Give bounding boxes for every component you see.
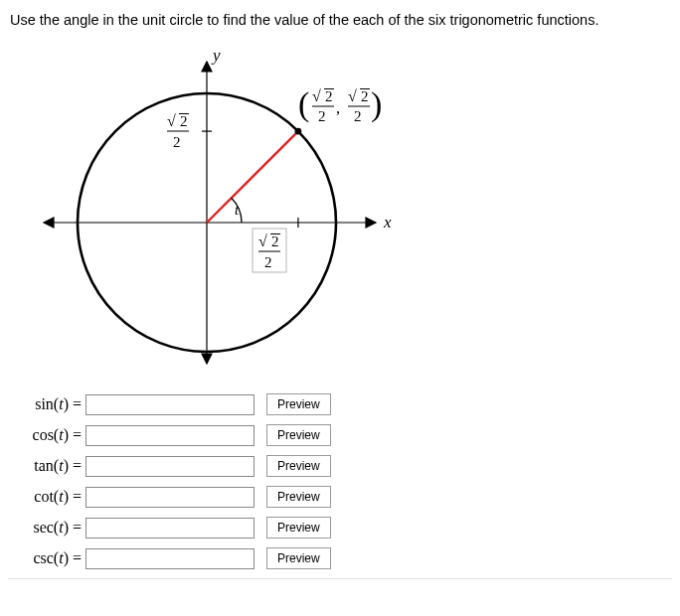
func-label: tan(t) = bbox=[8, 457, 82, 475]
terminal-side bbox=[207, 131, 298, 223]
func-label: sec(t) = bbox=[8, 519, 82, 537]
cot-input[interactable] bbox=[85, 487, 255, 508]
preview-button-tan[interactable]: Preview bbox=[266, 455, 331, 477]
axes bbox=[44, 62, 376, 364]
answer-row-cot: cot(t) = Preview bbox=[8, 486, 672, 508]
bottom-divider bbox=[8, 578, 672, 579]
svg-text:(: ( bbox=[298, 85, 309, 123]
func-label: sin(t) = bbox=[8, 395, 82, 413]
func-label: csc(t) = bbox=[8, 549, 82, 567]
svg-text:2: 2 bbox=[173, 134, 181, 150]
svg-text:2: 2 bbox=[361, 88, 369, 104]
svg-text:2: 2 bbox=[264, 254, 272, 270]
preview-button-sin[interactable]: Preview bbox=[266, 393, 331, 415]
terminal-point bbox=[295, 128, 302, 135]
preview-button-csc[interactable]: Preview bbox=[266, 547, 331, 569]
y-tick-label: √ 2 2 bbox=[167, 112, 189, 150]
svg-text:2: 2 bbox=[325, 88, 333, 104]
sin-input[interactable] bbox=[85, 394, 255, 415]
preview-button-cot[interactable]: Preview bbox=[266, 486, 331, 508]
func-label: cos(t) = bbox=[8, 426, 82, 444]
svg-marker-1 bbox=[366, 218, 376, 228]
svg-marker-2 bbox=[44, 218, 54, 228]
x-axis-label: x bbox=[383, 213, 392, 231]
svg-text:√: √ bbox=[312, 87, 321, 104]
answer-row-sec: sec(t) = Preview bbox=[8, 517, 672, 539]
y-axis-label: y bbox=[211, 46, 221, 65]
answer-row-csc: csc(t) = Preview bbox=[8, 547, 672, 569]
svg-text:): ) bbox=[371, 85, 382, 123]
svg-text:2: 2 bbox=[318, 108, 326, 124]
func-label: cot(t) = bbox=[8, 488, 82, 506]
svg-text:2: 2 bbox=[354, 108, 362, 124]
unit-circle-svg: x y t ( √ 2 2 , √ 2 2 ) bbox=[38, 44, 396, 372]
svg-text:2: 2 bbox=[180, 113, 188, 129]
x-tick-label: √ 2 2 bbox=[253, 229, 286, 272]
csc-input[interactable] bbox=[85, 548, 255, 569]
svg-text:2: 2 bbox=[271, 233, 279, 249]
answer-row-sin: sin(t) = Preview bbox=[8, 393, 672, 415]
svg-marker-4 bbox=[202, 62, 212, 72]
preview-button-cos[interactable]: Preview bbox=[266, 424, 331, 446]
point-label: ( √ 2 2 , √ 2 2 ) bbox=[298, 85, 382, 124]
svg-text:√: √ bbox=[167, 112, 176, 129]
sec-input[interactable] bbox=[85, 518, 255, 539]
answer-row-cos: cos(t) = Preview bbox=[8, 424, 672, 446]
svg-marker-5 bbox=[202, 354, 212, 364]
svg-text:√: √ bbox=[348, 87, 357, 104]
tan-input[interactable] bbox=[85, 456, 255, 477]
instruction-text: Use the angle in the unit circle to find… bbox=[8, 12, 672, 28]
svg-text:√: √ bbox=[258, 232, 267, 249]
unit-circle-diagram: x y t ( √ 2 2 , √ 2 2 ) bbox=[38, 44, 672, 376]
answers-block: sin(t) = Preview cos(t) = Preview tan(t)… bbox=[8, 393, 672, 569]
svg-text:,: , bbox=[336, 99, 340, 116]
preview-button-sec[interactable]: Preview bbox=[266, 517, 331, 539]
answer-row-tan: tan(t) = Preview bbox=[8, 455, 672, 477]
cos-input[interactable] bbox=[85, 425, 255, 446]
